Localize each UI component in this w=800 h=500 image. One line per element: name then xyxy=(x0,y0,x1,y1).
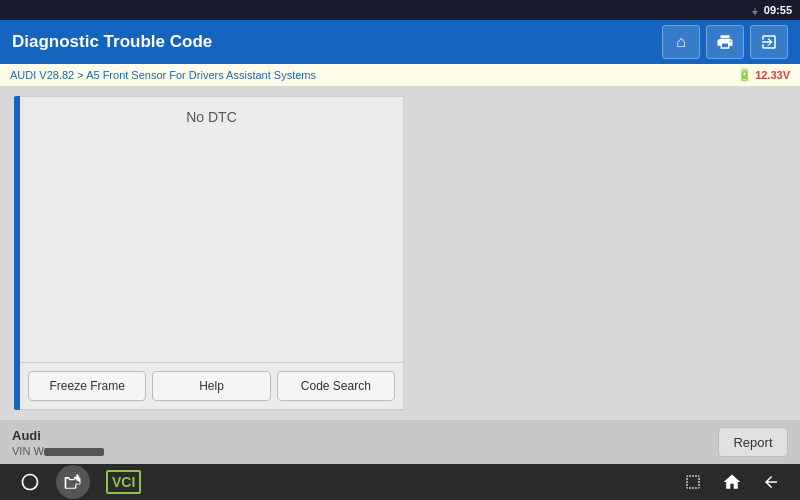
battery-icon: 🔋 xyxy=(737,68,752,82)
status-time: 09:55 xyxy=(764,4,792,16)
exit-button[interactable] xyxy=(750,25,788,59)
status-bar: ⏚ 09:55 xyxy=(0,0,800,20)
app-header: Diagnostic Trouble Code ⌂ xyxy=(0,20,800,64)
code-search-button[interactable]: Code Search xyxy=(277,371,395,401)
recent-apps-icon[interactable] xyxy=(684,473,702,491)
back-nav-icon[interactable] xyxy=(762,473,780,491)
camera-nav-icon[interactable] xyxy=(56,465,90,499)
nav-right-group xyxy=(684,472,780,492)
dtc-buttons: Freeze Frame Help Code Search xyxy=(20,362,403,409)
main-content: No DTC Freeze Frame Help Code Search xyxy=(0,86,800,420)
page-title: Diagnostic Trouble Code xyxy=(12,32,656,52)
dtc-content: No DTC xyxy=(20,97,403,362)
nav-left-group: VCI xyxy=(20,465,141,499)
help-button[interactable]: Help xyxy=(152,371,270,401)
vin-label: VIN W xyxy=(12,445,104,457)
home-nav-icon[interactable] xyxy=(722,472,742,492)
breadcrumb: AUDI V28.82 > A5 Front Sensor For Driver… xyxy=(0,64,800,86)
home-button[interactable]: ⌂ xyxy=(662,25,700,59)
bluetooth-icon: ⏚ xyxy=(752,5,758,16)
nav-bar: VCI xyxy=(0,464,800,500)
dtc-box: No DTC Freeze Frame Help Code Search xyxy=(20,96,404,410)
breadcrumb-text: AUDI V28.82 > A5 Front Sensor For Driver… xyxy=(10,69,316,81)
report-button[interactable]: Report xyxy=(718,427,788,457)
car-label: Audi xyxy=(12,428,104,443)
vehicle-info: Audi VIN W xyxy=(12,428,104,457)
battery-indicator: 🔋 12.33V xyxy=(737,68,790,82)
dtc-panel: No DTC Freeze Frame Help Code Search xyxy=(14,96,404,410)
print-button[interactable] xyxy=(706,25,744,59)
settings-nav-icon[interactable] xyxy=(20,472,40,492)
freeze-frame-button[interactable]: Freeze Frame xyxy=(28,371,146,401)
no-dtc-label: No DTC xyxy=(186,109,237,125)
vci-nav-icon[interactable]: VCI xyxy=(106,470,141,494)
bottom-info-bar: Audi VIN W Report xyxy=(0,420,800,464)
battery-voltage: 12.33V xyxy=(755,69,790,81)
